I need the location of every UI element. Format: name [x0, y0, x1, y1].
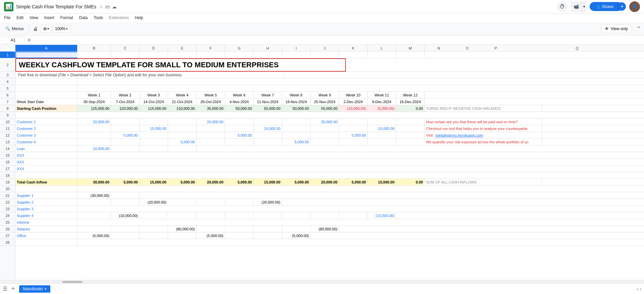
menu-tools[interactable]: Tools — [91, 15, 106, 21]
share-button[interactable]: 👥 Share — [590, 2, 618, 11]
horizontal-scrollbar[interactable] — [0, 280, 644, 283]
menu-insert[interactable]: Insert — [42, 15, 57, 21]
cell-a17[interactable]: XXX — [15, 165, 77, 172]
scrollbar-thumb[interactable] — [62, 281, 83, 283]
col-header-l[interactable]: L — [368, 45, 396, 51]
col-header-q[interactable]: Q — [510, 45, 644, 51]
folder-icon[interactable]: 🗁 — [105, 4, 110, 9]
row-num-4[interactable]: 4 — [0, 78, 15, 85]
share-arrow-button[interactable]: ▾ — [618, 2, 626, 11]
menu-format[interactable]: Format — [58, 15, 76, 21]
cell-e6: Week 4 — [168, 92, 197, 98]
format-dropdown-button[interactable]: ⊞▾ — [41, 25, 51, 32]
row-num-3[interactable]: 3 — [0, 72, 15, 78]
collapse-button[interactable]: ⌃ — [636, 25, 641, 32]
row-num-20[interactable]: 20 — [0, 186, 15, 192]
zoom-button[interactable]: 100% ▾ — [53, 25, 70, 32]
row-num-12[interactable]: 12 — [0, 132, 15, 139]
risktails-link[interactable]: risktailsdemo.herokuapp.com — [435, 133, 483, 137]
row-num-9[interactable]: 9 — [0, 112, 15, 119]
cell-b6: Week 1 — [77, 92, 111, 98]
col-header-b[interactable]: B — [77, 45, 111, 51]
row-num-19[interactable]: 19 — [0, 179, 15, 186]
col-header-c[interactable]: C — [111, 45, 140, 51]
row-num-26[interactable]: 26 — [0, 226, 15, 232]
cell-a12[interactable]: Customer 3 — [15, 132, 77, 139]
menu-help[interactable]: Help — [132, 15, 146, 21]
col-header-a[interactable]: A — [15, 45, 77, 51]
row-num-18[interactable]: 18 — [0, 172, 15, 179]
row-num-22[interactable]: 22 — [0, 199, 15, 206]
cell-a24[interactable]: Supplier 4 — [15, 212, 77, 219]
print-button[interactable]: 🖨 — [31, 25, 40, 33]
row-num-11[interactable]: 11 — [0, 125, 15, 132]
cell-a10[interactable]: Customer 1 — [15, 119, 77, 125]
row-num-25[interactable]: 25 — [0, 219, 15, 226]
col-header-f[interactable]: F — [197, 45, 225, 51]
meet-button[interactable]: 📹 — [571, 1, 582, 12]
row-num-5[interactable]: 5 — [0, 85, 15, 92]
menu-file[interactable]: File — [1, 15, 13, 21]
cell-a1[interactable] — [15, 52, 77, 58]
cell-a21[interactable]: Supplier 1 — [15, 192, 77, 199]
menu-view[interactable]: View — [27, 15, 41, 21]
tab-menu-icon[interactable]: ☰ — [3, 286, 7, 292]
col-header-i[interactable]: I — [282, 45, 311, 51]
row-num-7[interactable]: 7 — [0, 98, 15, 105]
row-num-8[interactable]: 8 — [0, 105, 15, 112]
row-num-2[interactable]: 2 — [0, 58, 15, 72]
row-num-13[interactable]: 13 — [0, 139, 15, 145]
tab-main-model[interactable]: MainModel ▾ — [19, 285, 51, 293]
row-num-14[interactable]: 14 — [0, 145, 15, 152]
add-sheet-button[interactable]: + — [11, 285, 15, 292]
row-num-6[interactable]: 6 — [0, 92, 15, 98]
cell-reference[interactable] — [1, 37, 25, 44]
col-header-n[interactable]: N — [425, 45, 453, 51]
star-icon[interactable]: ☆ — [99, 4, 103, 9]
menu-edit[interactable]: Edit — [14, 15, 26, 21]
row-num-1[interactable]: 1 — [0, 52, 15, 58]
col-header-d[interactable]: D — [140, 45, 168, 51]
cell-a2-title[interactable]: WEEKLY CASHFLOW TEMPLATE FOR SMALL TO ME… — [15, 58, 346, 72]
scroll-left-icon[interactable]: ‹ — [640, 286, 641, 292]
cell-a14[interactable]: Loan — [15, 145, 77, 152]
cell-a15[interactable]: XXX — [15, 152, 77, 159]
col-header-j[interactable]: J — [311, 45, 339, 51]
cell-a22[interactable]: Supplier 2 — [15, 199, 77, 206]
col-header-e[interactable]: E — [168, 45, 197, 51]
formula-input[interactable] — [33, 40, 643, 41]
cell-a23[interactable]: Supplier 3 — [15, 206, 77, 212]
meet-dropdown[interactable]: ▾ — [582, 1, 586, 12]
menu-data[interactable]: Data — [76, 15, 90, 21]
row-num-16[interactable]: 16 — [0, 159, 15, 165]
cell-b1[interactable] — [77, 52, 111, 58]
row-num-28[interactable]: 28 — [0, 239, 15, 246]
col-header-m[interactable]: M — [396, 45, 425, 51]
cell-a25[interactable]: Interest — [15, 219, 77, 226]
zoom-control: 100% ▾ — [53, 25, 70, 32]
col-header-p[interactable]: P — [482, 45, 510, 51]
cell-a13[interactable]: Customer 4 — [15, 139, 77, 145]
row-num-10[interactable]: 10 — [0, 119, 15, 125]
row-num-27[interactable]: 27 — [0, 232, 15, 239]
cell-a11[interactable]: Customer 2 — [15, 125, 77, 132]
menu-extensions[interactable]: Extensions — [106, 15, 131, 21]
view-only-button[interactable]: 👁 View only — [600, 24, 632, 33]
menus-button[interactable]: 🔍 Menus — [3, 25, 26, 32]
row-num-24[interactable]: 24 — [0, 212, 15, 219]
history-button[interactable]: ⏱ — [557, 1, 568, 12]
cloud-icon[interactable]: ☁ — [112, 4, 117, 9]
cell-a27[interactable]: Office — [15, 232, 77, 239]
row-num-21[interactable]: 21 — [0, 192, 15, 199]
row-num-23[interactable]: 23 — [0, 206, 15, 212]
row-num-17[interactable]: 17 — [0, 165, 15, 172]
col-header-g[interactable]: G — [225, 45, 254, 51]
col-header-o[interactable]: O — [453, 45, 482, 51]
cell-a26[interactable]: Salaries — [15, 226, 77, 232]
scroll-right-icon[interactable]: › — [637, 286, 639, 292]
row-num-15[interactable]: 15 — [0, 152, 15, 159]
col-header-h[interactable]: H — [254, 45, 282, 51]
avatar[interactable]: 👤 — [629, 1, 640, 12]
col-header-k[interactable]: K — [339, 45, 368, 51]
cell-a16[interactable]: XXX — [15, 159, 77, 165]
